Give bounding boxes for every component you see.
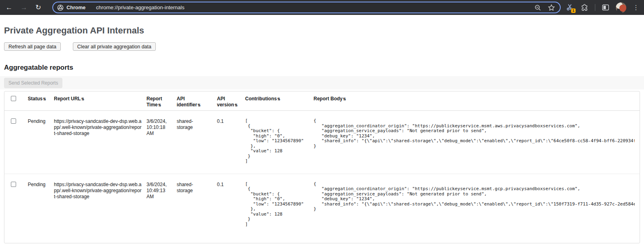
table-header-row: Status⇅ Report URL⇅ Report Time⇅ API ide… — [4, 91, 640, 111]
api-identifier-cell: shared-storage — [177, 111, 217, 140]
header-status[interactable]: Status⇅ — [28, 91, 54, 104]
forward-icon[interactable]: → — [21, 4, 27, 11]
menu-kebab-icon[interactable]: ⋮ — [633, 4, 639, 11]
header-api-version[interactable]: API version⇅ — [217, 91, 245, 110]
report-body-json: { "aggregation_coordinator_origin": "htt… — [314, 182, 635, 212]
zoom-icon[interactable] — [534, 4, 541, 11]
api-version-cell: 0.1 — [217, 111, 245, 134]
profile-avatar[interactable] — [616, 2, 626, 13]
page-title: Private Aggregation API Internals — [4, 25, 644, 36]
sort-icon[interactable]: ⇅ — [343, 97, 346, 101]
row-checkbox[interactable] — [11, 118, 16, 124]
sort-icon[interactable]: ⇅ — [198, 103, 201, 107]
sort-icon[interactable]: ⇅ — [158, 103, 161, 107]
reload-icon[interactable]: ↻ — [35, 4, 41, 11]
report-url-cell: https://privacy-sandcastle-dev-dsp.web.a… — [54, 111, 147, 146]
refresh-all-page-data-button[interactable]: Refresh all page data — [4, 42, 61, 51]
sort-icon[interactable]: ⇅ — [277, 97, 281, 101]
report-body-json: { "aggregation_coordinator_origin": "htt… — [314, 118, 635, 149]
aggregatable-reports-heading: Aggregatable reports — [4, 64, 644, 72]
select-all-checkbox[interactable] — [11, 96, 16, 101]
scissors-extension-icon[interactable]: 1 — [566, 3, 574, 12]
side-panel-icon[interactable] — [602, 4, 609, 11]
report-url-cell: https://privacy-sandcastle-dev-dsp.web.a… — [54, 174, 147, 216]
report-time-cell: 3/6/2024, 10:49:13 AM — [147, 174, 177, 216]
header-api-identifier[interactable]: API identifier⇅ — [177, 91, 217, 110]
header-contributions[interactable]: Contributions⇅ — [245, 91, 314, 104]
row-checkbox[interactable] — [11, 182, 16, 187]
toolbar-divider — [595, 4, 595, 11]
header-report-url[interactable]: Report URL⇅ — [54, 91, 147, 104]
sort-icon[interactable]: ⇅ — [81, 97, 85, 101]
header-report-time[interactable]: Report Time⇅ — [147, 91, 177, 110]
site-chip-label: Chrome — [66, 5, 85, 10]
page-content: Private Aggregation API Internals Refres… — [0, 25, 644, 243]
table-row: Pending https://privacy-sandcastle-dev-d… — [4, 111, 640, 174]
site-chip: Chrome — [57, 4, 85, 11]
api-version-cell: 0.1 — [217, 174, 245, 204]
sort-icon[interactable]: ⇅ — [43, 97, 46, 101]
header-report-body[interactable]: Report Body⇅ — [314, 91, 640, 104]
omnibox[interactable]: Chrome chrome://private-aggregation-inte… — [52, 2, 561, 13]
sort-icon[interactable]: ⇅ — [235, 103, 238, 107]
clear-all-private-aggregation-data-button[interactable]: Clear all private aggregation data — [73, 42, 156, 51]
send-selected-reports-button[interactable]: Send Selected Reports — [4, 78, 62, 88]
contributions-json: [ { "bucket": { "high": "0", "low": "123… — [245, 118, 309, 164]
table-row: Pending https://privacy-sandcastle-dev-d… — [4, 174, 640, 243]
url-text: chrome://private-aggregation-internals — [96, 4, 534, 10]
bookmark-star-icon[interactable] — [548, 4, 555, 11]
status-cell: Pending — [28, 111, 54, 134]
aggregatable-reports-table: Status⇅ Report URL⇅ Report Time⇅ API ide… — [4, 91, 640, 243]
back-icon[interactable]: ← — [6, 4, 12, 11]
browser-toolbar: ← → ↻ Chrome chrome://private-aggregatio… — [0, 0, 644, 15]
report-time-cell: 3/6/2024, 10:10:18 AM — [147, 111, 177, 146]
table-action-strip: Send Selected Reports — [0, 76, 644, 89]
contributions-json: [ { "bucket": { "high": "0", "low": "123… — [245, 182, 309, 227]
extensions-puzzle-icon[interactable] — [581, 4, 588, 11]
status-cell: Pending — [28, 174, 54, 204]
chrome-logo-icon — [57, 4, 64, 11]
extension-badge: 1 — [571, 8, 576, 13]
api-identifier-cell: shared-storage — [177, 174, 217, 210]
